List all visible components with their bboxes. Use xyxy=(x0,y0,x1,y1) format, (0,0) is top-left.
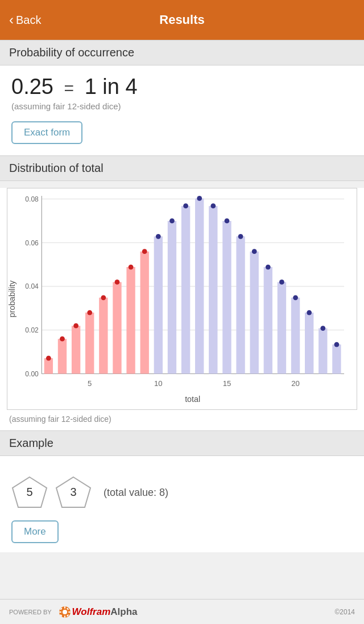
svg-text:0.00: 0.00 xyxy=(25,370,39,378)
svg-point-15 xyxy=(60,336,65,342)
distribution-section-header: Distribution of total xyxy=(0,155,364,181)
equals-sign: = xyxy=(64,79,75,97)
svg-text:total: total xyxy=(185,395,200,404)
svg-rect-66 xyxy=(64,615,65,618)
die-2: 3 xyxy=(55,474,92,511)
dice-row: 5 3 (total value: 8) xyxy=(11,474,353,511)
example-content: 5 3 (total value: 8) More xyxy=(0,456,364,552)
svg-text:0.08: 0.08 xyxy=(25,195,39,203)
header: ‹ Back Results xyxy=(0,0,364,40)
wolfram-logo: WolframAlpha xyxy=(59,606,138,618)
svg-point-37 xyxy=(210,203,216,208)
svg-text:5: 5 xyxy=(88,380,92,388)
svg-point-21 xyxy=(101,295,106,300)
svg-point-23 xyxy=(115,280,120,285)
prob-assuming: (assuming fair 12-sided dice) xyxy=(11,101,353,111)
copyright: ©2014 xyxy=(334,608,355,616)
y-axis-label: probability xyxy=(7,280,16,318)
prob-number: 0.25 xyxy=(11,75,53,98)
probability-section-header: Probability of occurrence xyxy=(0,40,364,65)
probability-value: 0.25 = 1 in 4 xyxy=(11,75,353,99)
svg-point-53 xyxy=(320,326,325,331)
svg-point-64 xyxy=(63,610,67,614)
svg-point-25 xyxy=(129,265,134,270)
svg-rect-67 xyxy=(59,611,61,613)
die-1: 5 xyxy=(11,474,48,511)
svg-point-45 xyxy=(266,265,271,270)
distribution-chart: probability 0.00 0.02 0.04 0.06 0.08 xyxy=(7,188,357,409)
svg-point-33 xyxy=(183,203,188,208)
svg-text:20: 20 xyxy=(291,380,300,388)
exact-form-button[interactable]: Exact form xyxy=(11,121,82,144)
chart-assuming: (assuming fair 12-sided dice) xyxy=(0,410,364,430)
chevron-left-icon: ‹ xyxy=(9,12,14,28)
svg-point-27 xyxy=(142,249,147,254)
chart-container: probability 0.00 0.02 0.04 0.06 0.08 xyxy=(7,188,357,410)
svg-point-49 xyxy=(293,295,298,300)
svg-point-43 xyxy=(252,249,257,254)
powered-by-label: POWERED BY xyxy=(9,609,52,615)
svg-point-17 xyxy=(73,323,78,329)
svg-rect-65 xyxy=(64,606,65,609)
back-label: Back xyxy=(16,14,41,27)
svg-text:0.06: 0.06 xyxy=(25,239,39,247)
back-button[interactable]: ‹ Back xyxy=(9,12,41,28)
wolfram-icon xyxy=(59,606,71,618)
wolfram-brand: WolframAlpha xyxy=(72,606,138,618)
svg-point-29 xyxy=(156,234,161,239)
total-value-label: (total value: 8) xyxy=(104,487,168,499)
more-button[interactable]: More xyxy=(11,520,59,543)
footer-left: POWERED BY WolframAlpha xyxy=(9,606,138,618)
svg-point-41 xyxy=(238,234,243,239)
svg-point-39 xyxy=(225,219,230,224)
svg-point-55 xyxy=(334,342,340,347)
svg-rect-68 xyxy=(68,611,71,613)
svg-point-51 xyxy=(307,310,312,315)
die1-value: 5 xyxy=(26,486,32,498)
die2-value: 3 xyxy=(70,486,76,498)
distribution-content: probability 0.00 0.02 0.04 0.06 0.08 xyxy=(0,188,364,430)
svg-point-35 xyxy=(197,196,202,201)
footer: POWERED BY WolframAlpha ©2014 xyxy=(0,599,364,624)
page-title: Results xyxy=(159,13,204,27)
svg-point-19 xyxy=(87,310,92,315)
svg-text:15: 15 xyxy=(223,380,231,388)
probability-content: 0.25 = 1 in 4 (assuming fair 12-sided di… xyxy=(0,65,364,155)
svg-point-13 xyxy=(46,356,51,361)
prob-fraction: 1 in 4 xyxy=(85,75,138,98)
svg-text:0.02: 0.02 xyxy=(25,326,39,334)
svg-point-47 xyxy=(279,280,284,285)
svg-text:0.04: 0.04 xyxy=(25,282,39,290)
svg-text:10: 10 xyxy=(154,380,163,388)
svg-point-31 xyxy=(169,219,175,224)
example-section-header: Example xyxy=(0,430,364,456)
